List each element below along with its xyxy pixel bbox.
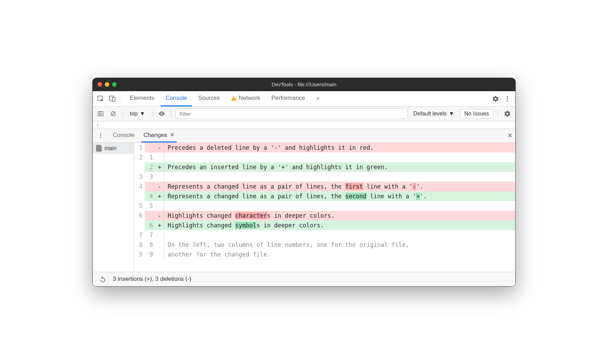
diff-marker: - (155, 211, 164, 220)
diff-line: 21 (134, 153, 515, 162)
issues-button[interactable]: No Issues (460, 109, 493, 119)
filter-input[interactable] (176, 109, 408, 119)
close-window-button[interactable] (98, 82, 102, 87)
chevron-more-icon: » (316, 95, 319, 102)
live-expression-icon[interactable] (157, 109, 167, 119)
diff-code (164, 172, 515, 182)
line-number-changed: 6 (145, 220, 155, 230)
changes-body: main 1-Precedes a deleted line by a '-' … (93, 143, 515, 272)
close-drawer-icon[interactable]: ✕ (507, 132, 513, 139)
revert-icon[interactable] (98, 274, 108, 284)
line-number-original: 8 (134, 240, 145, 250)
line-number-original: 9 (134, 250, 145, 259)
context-selector[interactable]: top ▼ (127, 111, 148, 117)
divider (498, 110, 498, 118)
diff-code (164, 201, 515, 211)
diff-marker (155, 153, 164, 162)
divider (152, 110, 152, 118)
file-name: main (104, 145, 117, 151)
tab-elements[interactable]: Elements (125, 91, 159, 106)
svg-point-9 (100, 135, 101, 136)
diff-code (164, 153, 515, 162)
diff-code: another for the changed file. (164, 250, 515, 259)
main-tabbar: Elements Console Sources Network Perform… (93, 91, 515, 107)
console-toolbar: top ▼ Default levels ▼ No Issues (93, 107, 515, 121)
diff-code: Represents a changed line as a pair of l… (164, 191, 515, 201)
drawer-menu-icon[interactable] (95, 130, 106, 141)
titlebar: DevTools - file:///Users/main (93, 78, 515, 91)
tab-console[interactable]: Console (161, 91, 192, 106)
diff-code: Precedes a deleted line by a '-' and hig… (164, 143, 515, 153)
zoom-window-button[interactable] (112, 82, 117, 87)
tab-performance[interactable]: Performance (267, 91, 310, 106)
devtools-window: DevTools - file:///Users/main Elements C… (92, 78, 516, 287)
tab-label: Changes (143, 132, 167, 139)
line-number-original: 5 (134, 201, 145, 211)
toggle-sidebar-icon[interactable] (95, 109, 106, 119)
log-levels-selector[interactable]: Default levels ▼ (410, 111, 458, 117)
file-list: main (93, 143, 134, 272)
svg-point-4 (507, 98, 508, 99)
context-label: top (130, 111, 137, 117)
diff-viewer[interactable]: 1-Precedes a deleted line by a '-' and h… (134, 143, 515, 272)
line-number-changed: 2 (145, 162, 155, 172)
diff-code: On the left, two columns of line numbers… (164, 240, 515, 250)
prompt-caret-icon: › (96, 122, 99, 128)
minimize-window-button[interactable] (105, 82, 109, 87)
svg-point-8 (100, 133, 101, 134)
drawer-tab-console[interactable]: Console (111, 129, 136, 142)
line-number-changed: 1 (145, 153, 155, 162)
diff-code: Precedes an inserted line by a '+' and h… (164, 162, 515, 172)
line-number-original (134, 220, 145, 230)
inspect-icon[interactable] (95, 94, 106, 104)
tab-network[interactable]: Network (226, 91, 265, 106)
line-number-original (134, 162, 145, 172)
line-number-original: 1 (134, 143, 145, 153)
levels-label: Default levels (413, 111, 447, 117)
diff-marker: - (155, 143, 164, 153)
diff-line: 88On the left, two columns of line numbe… (134, 240, 515, 250)
console-settings-icon[interactable] (502, 109, 513, 119)
divider (121, 95, 121, 103)
diff-line: 6-Highlights changed characters in deepe… (134, 211, 515, 220)
close-tab-icon[interactable]: ✕ (170, 131, 175, 139)
more-tabs-button[interactable]: » (311, 91, 324, 106)
diff-marker (155, 240, 164, 250)
window-title: DevTools - file:///Users/main (93, 81, 515, 87)
line-number-changed (145, 182, 155, 191)
diff-line: 2+Precedes an inserted line by a '+' and… (134, 162, 515, 172)
diff-code: Highlights changed characters in deeper … (164, 211, 515, 220)
line-number-changed: 9 (145, 250, 155, 259)
console-prompt[interactable]: › (93, 121, 515, 129)
traffic-lights (98, 82, 117, 87)
diff-marker: + (155, 220, 164, 230)
diff-marker (155, 172, 164, 182)
diff-line: 6+Highlights changed symbols in deeper c… (134, 220, 515, 230)
drawer-tab-changes[interactable]: Changes ✕ (141, 129, 177, 142)
diff-marker (155, 201, 164, 211)
diff-line: 33 (134, 172, 515, 182)
kebab-menu-icon[interactable] (502, 94, 513, 104)
clear-console-icon[interactable] (108, 109, 118, 119)
line-number-original: 6 (134, 211, 145, 220)
drawer-tabbar: Console Changes ✕ ✕ (93, 129, 515, 143)
chevron-down-icon: ▼ (449, 111, 454, 117)
line-number-original: 2 (134, 153, 145, 162)
diff-line: 4-Represents a changed line as a pair of… (134, 182, 515, 191)
tab-label: Console (113, 132, 134, 139)
diff-marker: - (155, 182, 164, 191)
diff-marker (155, 250, 164, 259)
file-item-main[interactable]: main (93, 143, 134, 154)
device-toggle-icon[interactable] (107, 94, 118, 104)
settings-icon[interactable] (490, 94, 501, 104)
diff-line: 77 (134, 230, 515, 240)
chevron-down-icon: ▼ (140, 111, 145, 117)
tab-sources[interactable]: Sources (193, 91, 225, 106)
warning-icon (231, 96, 237, 101)
line-number-changed (145, 143, 155, 153)
svg-point-3 (507, 96, 508, 97)
diff-summary: 3 insertions (+), 3 deletions (-) (113, 276, 191, 283)
line-number-original: 4 (134, 182, 145, 191)
diff-code (164, 230, 515, 240)
diff-line: 1-Precedes a deleted line by a '-' and h… (134, 143, 515, 153)
